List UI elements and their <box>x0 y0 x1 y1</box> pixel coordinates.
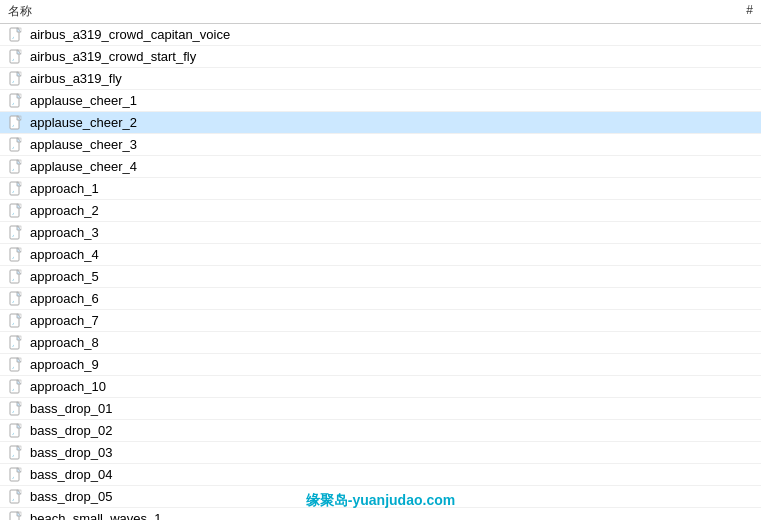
svg-text:♪: ♪ <box>12 35 14 40</box>
item-name-label: approach_1 <box>30 181 753 196</box>
list-item[interactable]: ♪ approach_6 <box>0 288 761 310</box>
item-name-label: approach_8 <box>30 335 753 350</box>
file-icon: ♪ <box>8 357 24 373</box>
item-name-label: approach_10 <box>30 379 753 394</box>
svg-text:♪: ♪ <box>12 145 14 150</box>
svg-text:♪: ♪ <box>12 321 14 326</box>
file-icon: ♪ <box>8 137 24 153</box>
items-list: ♪ airbus_a319_crowd_capitan_voice ♪ airb… <box>0 24 761 520</box>
list-item[interactable]: ♪ approach_5 <box>0 266 761 288</box>
svg-text:♪: ♪ <box>12 189 14 194</box>
item-name-label: approach_3 <box>30 225 753 240</box>
list-item[interactable]: ♪ approach_7 <box>0 310 761 332</box>
list-item[interactable]: ♪ applause_cheer_2 <box>0 112 761 134</box>
list-item[interactable]: ♪ applause_cheer_3 <box>0 134 761 156</box>
svg-text:♪: ♪ <box>12 365 14 370</box>
list-item[interactable]: ♪ bass_drop_02 <box>0 420 761 442</box>
list-header: 名称 # <box>0 0 761 24</box>
svg-text:♪: ♪ <box>12 57 14 62</box>
file-icon: ♪ <box>8 49 24 65</box>
file-icon: ♪ <box>8 27 24 43</box>
file-icon: ♪ <box>8 511 24 521</box>
item-name-label: approach_6 <box>30 291 753 306</box>
list-item[interactable]: ♪ approach_10 <box>0 376 761 398</box>
svg-text:♪: ♪ <box>12 167 14 172</box>
item-name-label: bass_drop_04 <box>30 467 753 482</box>
header-num-label: # <box>713 3 753 20</box>
item-name-label: approach_2 <box>30 203 753 218</box>
svg-text:♪: ♪ <box>12 299 14 304</box>
item-name-label: approach_5 <box>30 269 753 284</box>
item-name-label: approach_7 <box>30 313 753 328</box>
list-item[interactable]: ♪ approach_3 <box>0 222 761 244</box>
file-icon: ♪ <box>8 401 24 417</box>
file-icon: ♪ <box>8 423 24 439</box>
svg-text:♪: ♪ <box>12 211 14 216</box>
list-item[interactable]: ♪ bass_drop_04 <box>0 464 761 486</box>
file-icon: ♪ <box>8 115 24 131</box>
list-item[interactable]: ♪ beach_small_waves_1 <box>0 508 761 520</box>
item-name-label: approach_9 <box>30 357 753 372</box>
file-icon: ♪ <box>8 159 24 175</box>
list-item[interactable]: ♪ approach_9 <box>0 354 761 376</box>
item-name-label: bass_drop_01 <box>30 401 753 416</box>
svg-text:♪: ♪ <box>12 453 14 458</box>
svg-text:♪: ♪ <box>12 277 14 282</box>
item-name-label: airbus_a319_fly <box>30 71 753 86</box>
list-item[interactable]: ♪ bass_drop_05 <box>0 486 761 508</box>
header-name-label: 名称 <box>8 3 713 20</box>
svg-text:♪: ♪ <box>12 101 14 106</box>
list-item[interactable]: ♪ airbus_a319_crowd_start_fly <box>0 46 761 68</box>
list-item[interactable]: ♪ applause_cheer_4 <box>0 156 761 178</box>
item-name-label: applause_cheer_1 <box>30 93 753 108</box>
file-icon: ♪ <box>8 247 24 263</box>
file-icon: ♪ <box>8 269 24 285</box>
file-icon: ♪ <box>8 71 24 87</box>
file-icon: ♪ <box>8 313 24 329</box>
file-icon: ♪ <box>8 291 24 307</box>
item-name-label: airbus_a319_crowd_capitan_voice <box>30 27 753 42</box>
svg-text:♪: ♪ <box>12 79 14 84</box>
svg-text:♪: ♪ <box>12 431 14 436</box>
file-icon: ♪ <box>8 445 24 461</box>
file-icon: ♪ <box>8 181 24 197</box>
list-item[interactable]: ♪ approach_8 <box>0 332 761 354</box>
file-icon: ♪ <box>8 379 24 395</box>
list-item[interactable]: ♪ bass_drop_01 <box>0 398 761 420</box>
item-name-label: applause_cheer_4 <box>30 159 753 174</box>
svg-text:♪: ♪ <box>12 123 14 128</box>
item-name-label: airbus_a319_crowd_start_fly <box>30 49 753 64</box>
file-list-container[interactable]: 名称 # ♪ airbus_a319_crowd_capitan_voice ♪… <box>0 0 761 520</box>
item-name-label: approach_4 <box>30 247 753 262</box>
svg-text:♪: ♪ <box>12 233 14 238</box>
file-icon: ♪ <box>8 489 24 505</box>
item-name-label: bass_drop_02 <box>30 423 753 438</box>
file-icon: ♪ <box>8 467 24 483</box>
svg-text:♪: ♪ <box>12 387 14 392</box>
svg-text:♪: ♪ <box>12 497 14 502</box>
file-icon: ♪ <box>8 93 24 109</box>
list-item[interactable]: ♪ airbus_a319_fly <box>0 68 761 90</box>
svg-text:♪: ♪ <box>12 255 14 260</box>
file-icon: ♪ <box>8 203 24 219</box>
file-icon: ♪ <box>8 225 24 241</box>
list-item[interactable]: ♪ approach_1 <box>0 178 761 200</box>
item-name-label: applause_cheer_3 <box>30 137 753 152</box>
list-item[interactable]: ♪ bass_drop_03 <box>0 442 761 464</box>
item-name-label: beach_small_waves_1 <box>30 511 753 520</box>
svg-text:♪: ♪ <box>12 343 14 348</box>
list-item[interactable]: ♪ applause_cheer_1 <box>0 90 761 112</box>
list-item[interactable]: ♪ approach_4 <box>0 244 761 266</box>
item-name-label: bass_drop_05 <box>30 489 753 504</box>
item-name-label: bass_drop_03 <box>30 445 753 460</box>
svg-text:♪: ♪ <box>12 409 14 414</box>
list-item[interactable]: ♪ approach_2 <box>0 200 761 222</box>
svg-text:♪: ♪ <box>12 475 14 480</box>
file-icon: ♪ <box>8 335 24 351</box>
item-name-label: applause_cheer_2 <box>30 115 753 130</box>
list-item[interactable]: ♪ airbus_a319_crowd_capitan_voice <box>0 24 761 46</box>
